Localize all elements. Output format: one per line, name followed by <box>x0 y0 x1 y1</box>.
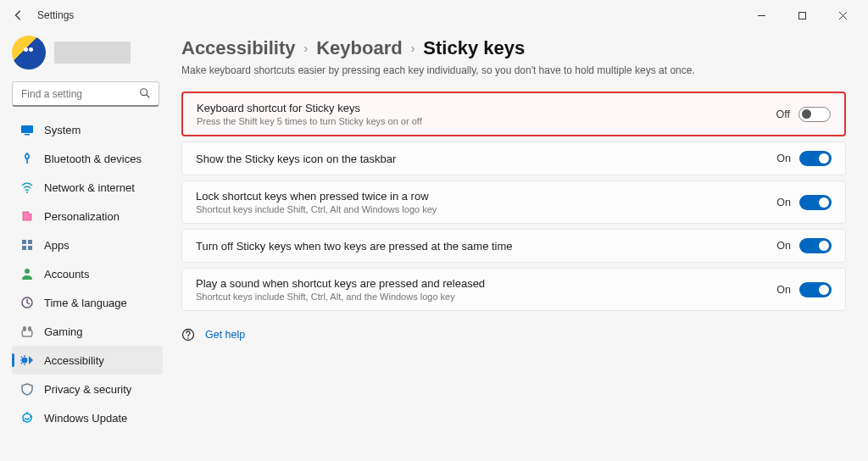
sidebar-item-privacy-security[interactable]: Privacy & security <box>12 375 163 403</box>
setting-description: Shortcut keys include Shift, Ctrl, Alt, … <box>196 292 776 302</box>
setting-title: Play a sound when shortcut keys are pres… <box>196 277 776 290</box>
close-button[interactable] <box>824 3 861 28</box>
svg-point-18 <box>187 337 189 339</box>
minimize-button[interactable] <box>743 3 780 28</box>
page-subtitle: Make keyboard shortcuts easier by pressi… <box>181 64 846 76</box>
svg-point-11 <box>25 269 30 274</box>
svg-rect-10 <box>28 246 32 250</box>
toggle-state-label: On <box>776 240 791 252</box>
profile-name-placeholder <box>54 42 131 64</box>
setting-title: Show the Sticky keys icon on the taskbar <box>196 153 776 165</box>
sidebar-item-time-language[interactable]: Time & language <box>12 288 163 317</box>
sidebar-item-label: Gaming <box>44 325 83 338</box>
sidebar-item-label: Network & internet <box>44 181 135 194</box>
setting-title: Turn off Sticky keys when two keys are p… <box>196 240 776 253</box>
search-icon <box>139 87 151 99</box>
setting-title: Keyboard shortcut for Sticky keys <box>197 102 776 114</box>
network-internet-icon <box>20 181 34 194</box>
toggle-switch[interactable] <box>798 107 831 122</box>
personalization-icon <box>20 209 34 223</box>
sidebar-item-label: Bluetooth & devices <box>44 153 142 165</box>
svg-rect-5 <box>25 134 30 136</box>
svg-point-15 <box>22 358 28 364</box>
sidebar: SystemBluetooth & devicesNetwork & inter… <box>0 31 170 461</box>
maximize-button[interactable] <box>783 3 821 28</box>
bluetooth-devices-icon <box>20 152 34 165</box>
toggle-state-label: On <box>776 153 791 164</box>
time-language-icon <box>20 296 34 309</box>
breadcrumb-accessibility[interactable]: Accessibility <box>181 37 296 59</box>
arrow-left-icon <box>13 9 25 21</box>
chevron-right-icon: › <box>304 42 309 55</box>
setting-row: Show the Sticky keys icon on the taskbar… <box>181 142 846 175</box>
toggle-state-label: Off <box>776 108 790 120</box>
svg-rect-7 <box>22 240 26 244</box>
window-title: Settings <box>37 9 74 21</box>
main-content: Accessibility › Keyboard › Sticky keys M… <box>170 31 868 461</box>
toggle-switch[interactable] <box>799 195 832 210</box>
accessibility-icon <box>20 353 34 367</box>
svg-rect-8 <box>28 240 32 244</box>
sidebar-item-apps[interactable]: Apps <box>12 230 163 259</box>
help-row: Get help <box>181 328 846 342</box>
toggle-state-label: On <box>776 197 791 208</box>
back-button[interactable] <box>7 3 31 27</box>
sidebar-item-network-internet[interactable]: Network & internet <box>12 173 163 202</box>
nav-list: SystemBluetooth & devicesNetwork & inter… <box>12 115 163 432</box>
help-icon <box>181 328 195 342</box>
close-icon <box>838 11 848 20</box>
toggle-switch[interactable] <box>799 282 832 297</box>
apps-icon <box>20 238 34 252</box>
sidebar-item-label: Accessibility <box>44 354 104 367</box>
windows-update-icon <box>20 411 34 425</box>
sidebar-item-label: Apps <box>44 239 70 252</box>
get-help-link[interactable]: Get help <box>205 329 245 341</box>
window-controls <box>743 3 861 28</box>
sidebar-item-label: Personalization <box>44 210 120 223</box>
sidebar-item-label: Windows Update <box>44 412 127 425</box>
setting-title: Lock shortcut keys when pressed twice in… <box>196 190 776 203</box>
gaming-icon <box>20 325 34 338</box>
titlebar: Settings <box>0 0 868 31</box>
svg-rect-9 <box>22 246 26 250</box>
svg-point-6 <box>26 192 28 193</box>
svg-rect-4 <box>21 125 33 133</box>
page-title: Sticky keys <box>423 37 525 59</box>
svg-rect-13 <box>23 326 26 331</box>
setting-row: Keyboard shortcut for Sticky keysPress t… <box>181 92 846 136</box>
setting-row: Lock shortcut keys when pressed twice in… <box>181 181 846 224</box>
sidebar-item-windows-update[interactable]: Windows Update <box>12 403 163 432</box>
toggle-state-label: On <box>776 284 791 296</box>
svg-line-3 <box>147 95 150 98</box>
svg-rect-14 <box>28 326 31 331</box>
breadcrumb-keyboard[interactable]: Keyboard <box>316 37 402 59</box>
sidebar-item-label: Privacy & security <box>44 383 131 396</box>
sidebar-item-accounts[interactable]: Accounts <box>12 259 163 288</box>
search-input[interactable] <box>12 81 159 107</box>
sidebar-item-system[interactable]: System <box>12 115 163 144</box>
svg-point-2 <box>141 89 147 96</box>
sidebar-item-gaming[interactable]: Gaming <box>12 317 163 346</box>
system-icon <box>20 123 34 136</box>
svg-rect-1 <box>798 12 805 19</box>
sidebar-item-label: Accounts <box>44 268 89 280</box>
setting-description: Press the Shift key 5 times to turn Stic… <box>197 116 776 126</box>
breadcrumb: Accessibility › Keyboard › Sticky keys <box>181 37 846 59</box>
sidebar-item-bluetooth-devices[interactable]: Bluetooth & devices <box>12 144 163 173</box>
profile-block[interactable] <box>12 36 163 69</box>
minimize-icon <box>757 11 766 20</box>
avatar <box>12 36 46 69</box>
sidebar-item-accessibility[interactable]: Accessibility <box>12 346 163 375</box>
setting-row: Play a sound when shortcut keys are pres… <box>181 268 846 311</box>
sidebar-item-personalization[interactable]: Personalization <box>12 202 163 230</box>
chevron-right-icon: › <box>411 42 415 55</box>
setting-row: Turn off Sticky keys when two keys are p… <box>181 229 846 263</box>
sidebar-item-label: System <box>44 124 81 136</box>
setting-description: Shortcut keys include Shift, Ctrl, Alt a… <box>196 204 776 214</box>
privacy-security-icon <box>20 382 34 396</box>
accounts-icon <box>20 267 34 280</box>
toggle-switch[interactable] <box>799 238 832 253</box>
sidebar-item-label: Time & language <box>44 297 127 309</box>
search-box <box>12 81 163 107</box>
toggle-switch[interactable] <box>799 151 832 166</box>
